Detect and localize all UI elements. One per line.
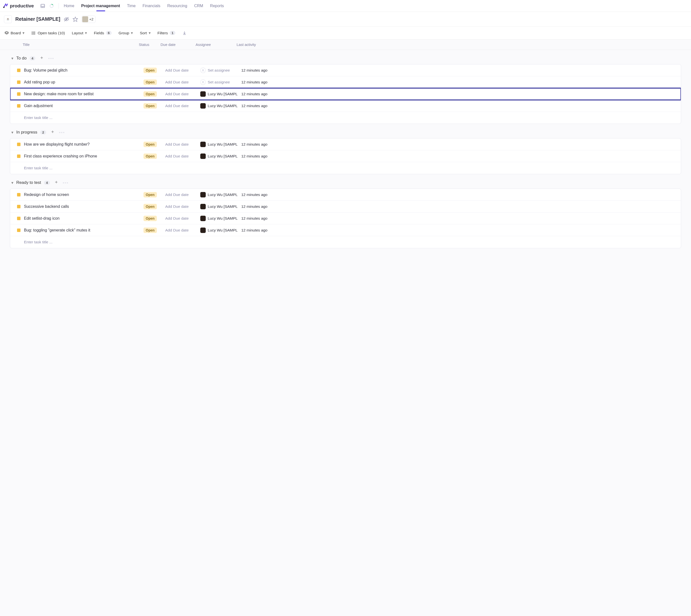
task-due-date[interactable]: Add Due date: [165, 80, 200, 84]
logo-icon: [3, 3, 8, 9]
task-due-date[interactable]: Add Due date: [165, 228, 200, 233]
nav-item-crm[interactable]: CRM: [194, 1, 204, 11]
add-task-button[interactable]: [49, 130, 56, 135]
nav-item-home[interactable]: Home: [63, 1, 75, 11]
collapse-icon[interactable]: ▾: [12, 180, 13, 185]
fields-menu[interactable]: Fields 6: [94, 31, 112, 35]
status-pill: Open: [144, 227, 157, 233]
avatar: [200, 103, 206, 109]
sort-label: Sort: [140, 31, 147, 35]
sort-menu[interactable]: Sort ▾: [140, 31, 150, 35]
task-assignee[interactable]: Lucy Wu [SAMPL: [200, 192, 241, 197]
collapse-icon[interactable]: ▾: [12, 56, 13, 61]
avatar: [200, 216, 206, 221]
progress-ring-icon[interactable]: [49, 3, 54, 8]
nav-item-time[interactable]: Time: [126, 1, 136, 11]
task-list: Bug: Volume pedal glitchOpenAdd Due date…: [10, 64, 681, 124]
task-assignee[interactable]: Lucy Wu [SAMPL: [200, 154, 241, 159]
status-pill: Open: [144, 154, 157, 159]
task-status[interactable]: Open: [144, 92, 165, 96]
task-status[interactable]: Open: [144, 154, 165, 158]
project-bar: ☕ Retainer [SAMPLE] +2: [0, 12, 691, 27]
task-assignee[interactable]: Set assignee: [200, 68, 241, 73]
task-assignee[interactable]: Lucy Wu [SAMPL: [200, 91, 241, 97]
task-assignee[interactable]: Lucy Wu [SAMPL: [200, 204, 241, 209]
task-due-date[interactable]: Add Due date: [165, 92, 200, 96]
assignee-name: Lucy Wu [SAMPL: [208, 104, 237, 108]
task-status[interactable]: Open: [144, 80, 165, 84]
task-assignee[interactable]: Set assignee: [200, 80, 241, 85]
task-due-date[interactable]: Add Due date: [165, 68, 200, 72]
task-row[interactable]: Gain adjustmentOpenAdd Due dateLucy Wu […: [10, 100, 681, 112]
section-header: ▾To do4○○○: [10, 54, 681, 64]
task-row[interactable]: Edit setlist-drag iconOpenAdd Due dateLu…: [10, 213, 681, 224]
task-row[interactable]: Redesign of home screenOpenAdd Due dateL…: [10, 189, 681, 201]
task-activity: 12 minutes ago: [241, 154, 681, 158]
new-task-input[interactable]: Enter task title ...: [10, 236, 681, 248]
more-icon[interactable]: ○○○: [63, 181, 69, 184]
logo[interactable]: productive: [3, 3, 38, 9]
task-status[interactable]: Open: [144, 204, 165, 209]
task-row[interactable]: New design: make more room for setlistOp…: [10, 88, 681, 100]
new-task-input[interactable]: Enter task title ...: [10, 112, 681, 124]
col-title: Title: [23, 42, 139, 47]
svg-point-10: [32, 31, 33, 32]
task-activity: 12 minutes ago: [241, 142, 681, 147]
task-row[interactable]: How are we displaying flight number?Open…: [10, 138, 681, 150]
task-status[interactable]: Open: [144, 142, 165, 147]
svg-point-0: [3, 6, 4, 8]
task-due-date[interactable]: Add Due date: [165, 104, 200, 108]
task-color-icon: [17, 193, 21, 196]
task-status[interactable]: Open: [144, 68, 165, 72]
project-logo[interactable]: ☕: [4, 15, 12, 23]
task-due-date[interactable]: Add Due date: [165, 204, 200, 209]
collapse-icon[interactable]: ▾: [12, 130, 13, 135]
task-assignee[interactable]: Lucy Wu [SAMPL: [200, 216, 241, 221]
star-icon[interactable]: [72, 17, 78, 22]
download-icon[interactable]: [182, 31, 187, 35]
layout-menu[interactable]: Layout ▾: [72, 31, 87, 35]
assignee-placeholder-icon: [200, 68, 206, 73]
task-status[interactable]: Open: [144, 228, 165, 233]
nav-item-resourcing[interactable]: Resourcing: [167, 1, 188, 11]
filters-count: 1: [170, 31, 175, 35]
task-due-date[interactable]: Add Due date: [165, 154, 200, 158]
task-activity: 12 minutes ago: [241, 80, 681, 84]
task-assignee[interactable]: Lucy Wu [SAMPL: [200, 227, 241, 233]
more-icon[interactable]: ○○○: [59, 131, 65, 134]
open-tasks-filter[interactable]: Open tasks (10): [32, 31, 65, 35]
filters-menu[interactable]: Filters 1: [158, 31, 175, 35]
nav-item-financials[interactable]: Financials: [142, 1, 161, 11]
new-task-input[interactable]: Enter task title ...: [10, 162, 681, 174]
task-assignee[interactable]: Lucy Wu [SAMPL: [200, 142, 241, 147]
view-label: Board: [11, 31, 21, 35]
column-header: Title Status Due date Assignee Last acti…: [0, 40, 691, 50]
add-task-button[interactable]: [53, 180, 60, 185]
avatar: [200, 154, 206, 159]
task-row[interactable]: First class experience crashing on iPhon…: [10, 150, 681, 162]
task-due-date[interactable]: Add Due date: [165, 216, 200, 221]
group-menu[interactable]: Group ▾: [119, 31, 133, 35]
avatar: [200, 142, 206, 147]
task-status[interactable]: Open: [144, 193, 165, 197]
task-assignee[interactable]: Lucy Wu [SAMPL: [200, 103, 241, 109]
task-row[interactable]: Successive backend callsOpenAdd Due date…: [10, 201, 681, 213]
more-icon[interactable]: ○○○: [48, 57, 54, 60]
task-row[interactable]: Add rating pop upOpenAdd Due dateSet ass…: [10, 76, 681, 88]
nav-item-reports[interactable]: Reports: [210, 1, 225, 11]
view-switcher[interactable]: Board ▾: [4, 31, 24, 35]
members-button[interactable]: +2: [82, 16, 96, 23]
add-task-button[interactable]: [38, 56, 45, 61]
svg-marker-6: [5, 31, 9, 33]
visibility-icon[interactable]: [64, 17, 69, 22]
project-title: Retainer [SAMPLE]: [15, 16, 60, 22]
task-due-date[interactable]: Add Due date: [165, 142, 200, 147]
status-pill: Open: [144, 103, 157, 109]
task-row[interactable]: Bug: Volume pedal glitchOpenAdd Due date…: [10, 64, 681, 76]
inbox-icon[interactable]: [40, 3, 45, 8]
task-status[interactable]: Open: [144, 104, 165, 108]
nav-item-project-management[interactable]: Project management: [81, 1, 121, 11]
task-status[interactable]: Open: [144, 216, 165, 221]
task-row[interactable]: Bug: toggling "generate click" mutes itO…: [10, 224, 681, 236]
task-due-date[interactable]: Add Due date: [165, 193, 200, 197]
